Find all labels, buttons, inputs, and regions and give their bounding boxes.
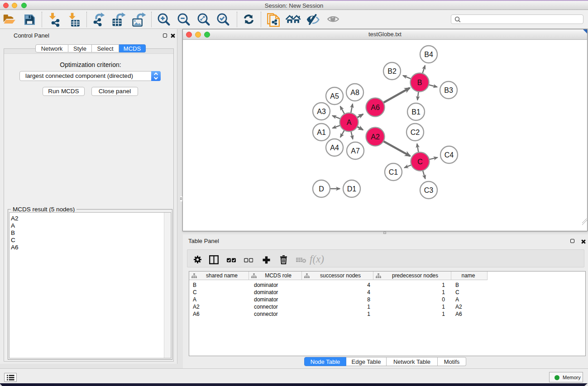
svg-text:B3: B3	[444, 86, 453, 94]
svg-text:A6: A6	[371, 104, 380, 111]
svg-text:C2: C2	[411, 129, 420, 136]
svg-text:B: B	[417, 79, 422, 86]
svg-text:C: C	[417, 158, 423, 166]
svg-text:A3: A3	[317, 108, 326, 115]
svg-text:C1: C1	[389, 168, 398, 176]
svg-text:C3: C3	[424, 186, 434, 194]
svg-text:B1: B1	[411, 108, 421, 116]
svg-text:A4: A4	[330, 144, 339, 152]
svg-text:A7: A7	[351, 147, 360, 155]
svg-text:A2: A2	[371, 133, 380, 141]
svg-text:D1: D1	[347, 185, 357, 193]
svg-text:B4: B4	[424, 51, 433, 58]
svg-text:D: D	[319, 185, 324, 193]
svg-text:A: A	[347, 119, 352, 126]
svg-text:C4: C4	[445, 151, 454, 159]
svg-text:A8: A8	[350, 89, 359, 96]
svg-text:A5: A5	[330, 92, 339, 100]
svg-text:A1: A1	[317, 129, 326, 136]
svg-text:B2: B2	[387, 67, 397, 75]
